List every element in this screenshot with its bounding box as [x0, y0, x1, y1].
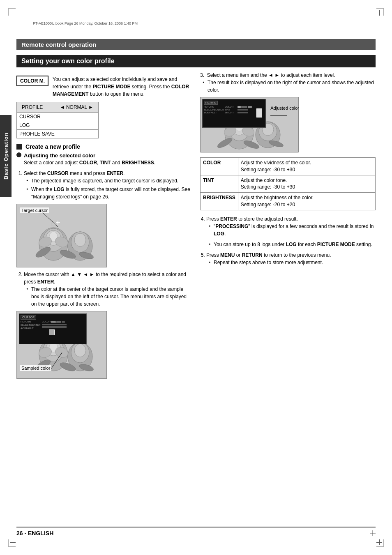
menu-profile-save-label: PROFILE SAVE [17, 130, 99, 138]
ctb-color-desc: Adjust the vividness of the color.Settin… [238, 158, 375, 175]
step5-bullets: Repeat the steps above to store more adj… [209, 259, 376, 266]
intro-text: You can adjust a selected color individu… [53, 76, 192, 98]
menu-row-log: LOG [17, 121, 99, 130]
footer-crosshair [370, 530, 376, 536]
menu-profile-value: ◄ NORMAL ► [60, 104, 93, 110]
adjusted-color-label-text: Adjusted color [270, 106, 299, 111]
heading-square-icon [16, 144, 22, 150]
step3-bullets: The result box is displayed on the right… [203, 79, 376, 94]
ctb-tint-desc: Adjust the color tone.Setting range: -30… [238, 175, 375, 193]
adjusted-color-image-box: PICTURE RETURN SELECT⊕ENTER ⊗DEFAULT COL… [200, 97, 299, 152]
screen-cursor-label: CURSOR [21, 315, 36, 320]
ctb-table: COLOR Adjust the vividness of the color.… [200, 157, 376, 210]
menu-table: PROFILE ◄ NORMAL ► CURSOR LOG PROFILE SA… [16, 102, 99, 138]
menu-cursor-label: CURSOR [17, 113, 99, 121]
menu-profile-row: PROFILE ◄ NORMAL ► [19, 104, 96, 111]
crosshair-br [376, 539, 382, 545]
step1-bullet1: The projected image is captured, and the… [26, 177, 192, 184]
svg-point-25 [74, 344, 86, 357]
step1-bullet2: When the LOG is fully stored, the target… [26, 186, 192, 200]
sampled-color-image-box: CURSOR RETURN SELECT⊕ENTER ⊗DEFAULT COLO… [16, 311, 107, 379]
sidebar: Basic Operation [0, 115, 12, 197]
steps-list-left: Select the CURSOR menu and press ENTER. … [24, 170, 192, 200]
adjusted-color-result-box [256, 108, 262, 117]
ctb-brightness-label: BRIGHTNESS [201, 193, 238, 210]
bullet-circle-icon [16, 152, 21, 157]
step-1: Select the CURSOR menu and press ENTER. … [24, 170, 192, 200]
adjusting-block: Adjusting the selected color Select a co… [24, 152, 155, 168]
crosshair-bl [10, 539, 16, 545]
ctb-color-row: COLOR Adjust the vividness of the color.… [201, 158, 376, 175]
step4-bullet1: "PROCESSING" is displayed for a few seco… [209, 223, 376, 237]
create-profile-heading: Create a new profile [25, 143, 80, 150]
corner-mark-tr [376, 8, 384, 16]
left-column: COLOR M. You can adjust a selected color… [16, 71, 192, 382]
adjusting-bullet-row: Adjusting the selected color Select a co… [16, 152, 192, 168]
ctb-brightness-desc: Adjust the brightness of the color.Setti… [238, 193, 375, 210]
create-profile-heading-block: Create a new profile [16, 143, 192, 150]
adjusting-sub: Select a color and adjust COLOR, TINT an… [24, 160, 155, 166]
menu-row-cursor: CURSOR [17, 113, 99, 121]
sub-title: Setting your own color profile [16, 55, 376, 67]
ctb-brightness-row: BRIGHTNESS Adjust the brightness of the … [201, 193, 376, 210]
menu-row-profile: PROFILE ◄ NORMAL ► [17, 102, 99, 113]
corner-mark-br [376, 539, 384, 547]
corner-mark-bl [8, 539, 16, 547]
right-column: 3. Select a menu item and the ◄ ► to adj… [200, 71, 376, 382]
ctb-tint-row: TINT Adjust the color tone.Setting range… [201, 175, 376, 193]
rose-svg-1 [21, 207, 103, 265]
file-info: PT-AE1000U.book Page 26 Monday, October … [33, 21, 138, 25]
sampled-color-box [49, 329, 55, 335]
target-cursor-label: Target cursor [20, 207, 49, 213]
sidebar-label: Basic Operation [3, 133, 9, 180]
step5-bullet1: Repeat the steps above to store more adj… [209, 259, 376, 266]
steps-list-left-2: Move the cursor with ▲ ▼ ◄ ► to the requ… [24, 271, 192, 308]
footer-page-number: 26 - ENGLISH [16, 530, 53, 537]
crosshair-tr [376, 10, 382, 16]
step2-bullets: The color at the center of the target cu… [26, 286, 192, 308]
sampled-color-label: Sampled color [20, 365, 51, 371]
corner-mark-tl [8, 8, 16, 16]
color-m-badge: COLOR M. [16, 76, 48, 86]
crosshair-tl [10, 10, 16, 16]
intro-block: COLOR M. You can adjust a selected color… [16, 76, 192, 98]
adjusted-color-label: Adjusted color [270, 106, 299, 120]
step2-bullet1: The color at the center of the target cu… [26, 286, 192, 308]
screen-mockup-right: PICTURE RETURN SELECT⊕ENTER ⊗DEFAULT COL… [202, 99, 266, 128]
step-2: Move the cursor with ▲ ▼ ◄ ► to the requ… [24, 271, 192, 308]
svg-point-12 [74, 233, 86, 246]
main-content: COLOR M. You can adjust a selected color… [16, 67, 376, 382]
adjusting-heading: Adjusting the selected color [24, 152, 155, 159]
footer: 26 - ENGLISH [16, 527, 376, 537]
menu-log-label: LOG [17, 121, 99, 130]
step1-bullets: The projected image is captured, and the… [26, 177, 192, 200]
menu-profile-label: PROFILE [22, 104, 43, 110]
section-title: Remote control operation [16, 39, 376, 50]
ctb-color-label: COLOR [201, 158, 238, 175]
two-col-layout: COLOR M. You can adjust a selected color… [16, 71, 376, 382]
step4-bullet2: You can store up to 8 logs under LOG for… [209, 241, 376, 248]
step3-text: 3. Select a menu item and the ◄ ► to adj… [200, 71, 376, 94]
step3-bullet1: The result box is displayed on the right… [203, 79, 376, 94]
step-5: Press MENU or RETURN to return to the pr… [206, 251, 376, 266]
step4-bullets: "PROCESSING" is displayed for a few seco… [209, 223, 376, 248]
rose-image-1 [17, 204, 106, 267]
ctb-tint-label: TINT [201, 175, 238, 193]
screen-mockup-bottom: CURSOR RETURN SELECT⊕ENTER ⊗DEFAULT COLO… [19, 313, 87, 344]
target-cursor-image-box: Target cursor [16, 204, 107, 267]
steps-list-right: Press ENTER to store the adjusted result… [200, 215, 376, 266]
step-4: Press ENTER to store the adjusted result… [206, 215, 376, 248]
menu-row-profile-save: PROFILE SAVE [17, 130, 99, 138]
